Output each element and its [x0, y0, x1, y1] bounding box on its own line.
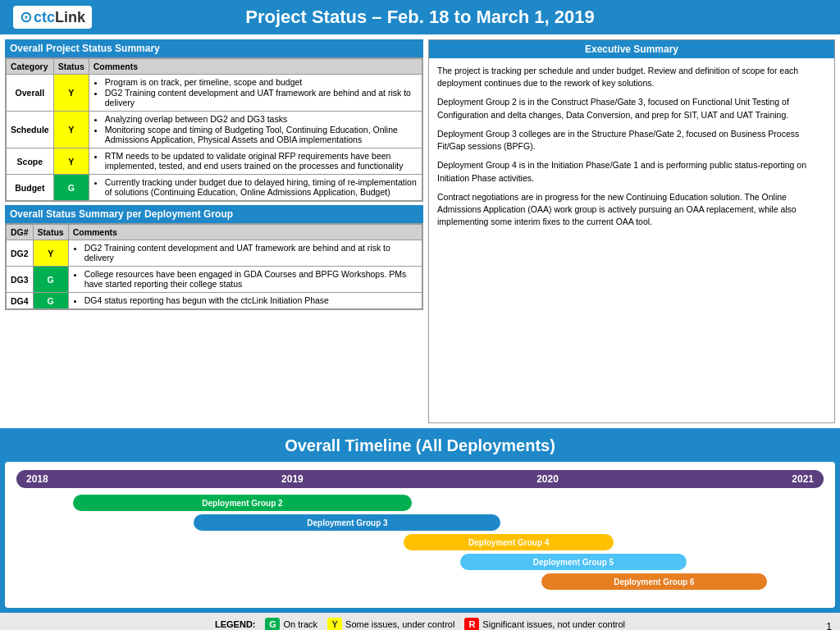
- col-dg-status: Status: [33, 225, 68, 240]
- gantt-row-dg2: Deployment Group 2: [16, 495, 824, 511]
- table-row: DG2 Y DG2 Training content development a…: [7, 240, 422, 267]
- main-content: Overall Project Status Summary Category …: [0, 34, 840, 428]
- year-2021: 2021: [792, 473, 814, 485]
- dg2-status: Y: [33, 240, 68, 267]
- exec-para-5: Contract negotiations are in progress fo…: [437, 191, 826, 229]
- legend-label: LEGEND:: [215, 619, 256, 629]
- year-2018: 2018: [26, 473, 48, 485]
- dg3-label: DG3: [7, 267, 34, 293]
- exec-para-1: The project is tracking per schedule and…: [437, 65, 826, 89]
- gantt-row-dg4: Deployment Group 4: [16, 534, 824, 550]
- exec-para-2: Deployment Group 2 is in the Construct P…: [437, 96, 826, 121]
- table-row: DG3 G College resources have been engage…: [7, 267, 422, 293]
- year-bar: 2018 2019 2020 2021: [16, 470, 824, 488]
- gantt-bar-dg3: Deployment Group 3: [194, 514, 500, 531]
- status-budget: G: [53, 175, 89, 201]
- table-row: Overall Y Program is on track, per timel…: [7, 75, 422, 112]
- category-overall: Overall: [7, 75, 54, 112]
- page-title: Project Status – Feb. 18 to March 1, 201…: [245, 7, 595, 28]
- status-overall: Y: [53, 75, 89, 112]
- comments-overall: Program is on track, per timeline, scope…: [89, 75, 422, 112]
- gantt-bar-dg4: Deployment Group 4: [404, 534, 614, 550]
- gantt-chart: Deployment Group 2 Deployment Group 3 De…: [16, 495, 824, 601]
- table-row: DG4 G DG4 status reporting has begun wit…: [7, 293, 422, 309]
- overall-table: Category Status Comments Overall Y Progr…: [6, 58, 422, 201]
- overall-table-container: Category Status Comments Overall Y Progr…: [5, 57, 423, 202]
- dg3-status: G: [33, 267, 68, 293]
- legend-box-r: R: [464, 618, 479, 630]
- gantt-row-dg6: Deployment Group 6: [16, 573, 824, 590]
- year-labels: 2018 2019 2020 2021: [26, 473, 814, 485]
- logo-text: ctcLink: [34, 9, 85, 26]
- timeline-section: Overall Timeline (All Deployments) 2018 …: [0, 428, 840, 613]
- legend-bar: LEGEND: G On track Y Some issues, under …: [0, 613, 840, 630]
- col-dg-comments: Comments: [68, 225, 422, 240]
- exec-para-3: Deployment Group 3 colleges are in the S…: [437, 128, 826, 153]
- legend-item-r: R Significant issues, not under control: [464, 618, 625, 630]
- dg4-label: DG4: [7, 293, 34, 309]
- legend-text-y: Some issues, under control: [345, 619, 454, 629]
- left-panel: Overall Project Status Summary Category …: [5, 39, 423, 423]
- col-status: Status: [53, 59, 89, 75]
- gantt-label-dg2: Deployment Group 2: [202, 499, 282, 508]
- page-number: 1: [826, 621, 832, 630]
- category-schedule: Schedule: [7, 112, 54, 148]
- exec-content: The project is tracking per schedule and…: [429, 58, 834, 241]
- gantt-bar-dg5: Deployment Group 5: [460, 554, 687, 570]
- legend-text-r: Significant issues, not under control: [482, 619, 625, 629]
- dg2-comments: DG2 Training content development and UAT…: [68, 240, 422, 267]
- overall-section-title: Overall Project Status Summary: [5, 39, 423, 57]
- timeline-title: Overall Timeline (All Deployments): [5, 433, 835, 462]
- category-budget: Budget: [7, 175, 54, 201]
- col-dg: DG#: [7, 225, 34, 240]
- dg-table-container: DG# Status Comments DG2 Y DG2 Training c…: [5, 223, 423, 310]
- dg4-comments: DG4 status reporting has begun with the …: [68, 293, 422, 309]
- year-2019: 2019: [281, 473, 304, 485]
- exec-para-4: Deployment Group 4 is in the Initiation …: [437, 159, 826, 184]
- right-panel: Executive Summary The project is trackin…: [428, 39, 835, 423]
- gantt-bar-dg2: Deployment Group 2: [73, 495, 412, 511]
- gantt-label-dg3: Deployment Group 3: [307, 518, 387, 527]
- dg-section-title: Overall Status Summary per Deployment Gr…: [5, 205, 423, 223]
- table-row: Schedule Y Analyzing overlap between DG2…: [7, 112, 422, 148]
- gantt-label-dg5: Deployment Group 5: [533, 558, 614, 567]
- status-schedule: Y: [53, 112, 89, 148]
- legend-text-g: On track: [283, 619, 317, 629]
- gantt-row-dg5: Deployment Group 5: [16, 554, 824, 570]
- logo-ctc: ctc: [34, 9, 55, 25]
- dg-status-section: Overall Status Summary per Deployment Gr…: [5, 205, 423, 310]
- dg-table: DG# Status Comments DG2 Y DG2 Training c…: [6, 224, 422, 309]
- dg2-label: DG2: [7, 240, 34, 267]
- gantt-label-dg4: Deployment Group 4: [468, 538, 549, 547]
- legend-box-y: Y: [327, 618, 342, 630]
- col-category: Category: [7, 59, 54, 75]
- legend-item-g: G On track: [265, 618, 317, 630]
- page-header: ⊙ ctcLink Project Status – Feb. 18 to Ma…: [0, 0, 840, 34]
- category-scope: Scope: [7, 148, 54, 175]
- table-row: Budget G Currently tracking under budget…: [7, 175, 422, 201]
- exec-summary-title: Executive Summary: [429, 40, 834, 58]
- legend-box-g: G: [265, 618, 280, 630]
- logo-icon: ⊙: [20, 8, 32, 26]
- comments-scope: RTM needs to be updated to validate orig…: [89, 148, 422, 175]
- col-comments: Comments: [89, 59, 422, 75]
- logo: ⊙ ctcLink: [13, 6, 92, 29]
- gantt-bar-dg6: Deployment Group 6: [541, 573, 768, 590]
- year-2020: 2020: [536, 473, 559, 485]
- comments-schedule: Analyzing overlap between DG2 and DG3 ta…: [89, 112, 422, 148]
- table-row: Scope Y RTM needs to be updated to valid…: [7, 148, 422, 175]
- dg4-status: G: [33, 293, 68, 309]
- legend-item-y: Y Some issues, under control: [327, 618, 454, 630]
- gantt-row-dg3: Deployment Group 3: [16, 514, 824, 531]
- dg3-comments: College resources have been engaged in G…: [68, 267, 422, 293]
- logo-link: Link: [55, 9, 85, 25]
- gantt-label-dg6: Deployment Group 6: [614, 578, 694, 587]
- status-scope: Y: [53, 148, 89, 175]
- timeline-inner: 2018 2019 2020 2021 Deployment Group 2 D…: [5, 462, 835, 608]
- comments-budget: Currently tracking under budget due to d…: [89, 175, 422, 201]
- overall-status-section: Overall Project Status Summary Category …: [5, 39, 423, 202]
